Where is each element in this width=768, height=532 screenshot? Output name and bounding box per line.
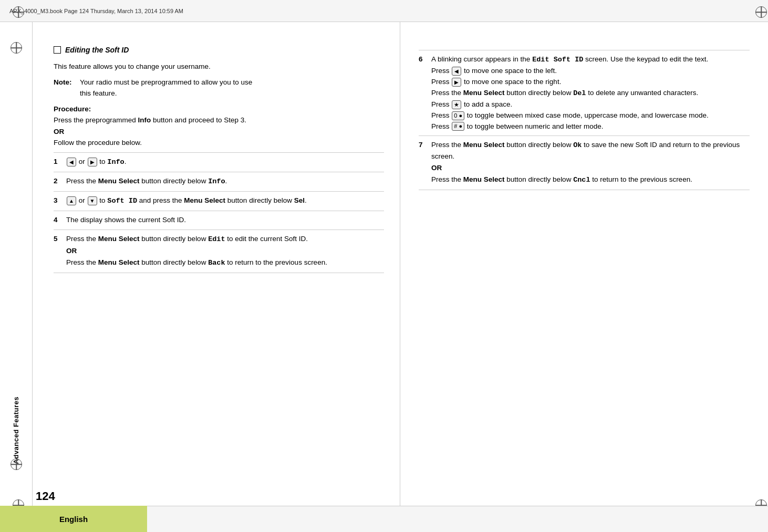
header-text: APX_4000_M3.book Page 124 Thursday, Marc…: [9, 8, 183, 14]
step6-arrow-left: [452, 67, 461, 76]
step-6-content: A blinking cursor appears in the Edit So…: [431, 54, 750, 132]
footer-bar: 124 English: [0, 506, 768, 532]
note-text: Your radio must be preprogrammed to allo…: [80, 77, 252, 99]
step-6-number: 6: [419, 54, 428, 65]
content-area: Editing the Soft ID This feature allows …: [33, 22, 768, 506]
step-5-content: Press the Menu Select button directly be…: [66, 234, 384, 269]
arrow-right-icon: [88, 158, 97, 166]
section-title: Editing the Soft ID: [54, 46, 384, 54]
or-text-1: OR: [54, 128, 384, 135]
zero-key: 0 ●: [452, 111, 464, 120]
step-1: 1 or to Info.: [54, 152, 384, 172]
section-icon: [54, 46, 61, 54]
follow-text: Follow the procedure below.: [54, 138, 384, 148]
note-block: Note: Your radio must be preprogrammed t…: [54, 77, 384, 99]
step-2: 2 Press the Menu Select button directly …: [54, 172, 384, 192]
arrow-down-icon: [88, 196, 97, 205]
page-number: 124: [36, 489, 55, 503]
sidebar-tab: Advanced Features: [0, 22, 33, 506]
arrow-left-icon: [67, 158, 76, 166]
step-5-number: 5: [54, 234, 63, 244]
note-label: Note:: [54, 77, 76, 99]
step-5: 5 Press the Menu Select button directly …: [54, 230, 384, 273]
step-3-number: 3: [54, 195, 63, 206]
step-1-content: or to Info.: [66, 157, 384, 168]
section-title-text: Editing the Soft ID: [65, 46, 129, 54]
step-3-content: or to Soft ID and press the Menu Select …: [66, 195, 384, 207]
step-4-content: The display shows the current Soft ID.: [66, 215, 384, 226]
step-3: 3 or to Soft ID and press the Menu Selec…: [54, 192, 384, 211]
procedure-text: Press the preprogrammed Info button and …: [54, 115, 384, 126]
step-7: 7 Press the Menu Select button directly …: [419, 136, 750, 190]
left-column: Editing the Soft ID This feature allows …: [33, 22, 400, 506]
header-bar: APX_4000_M3.book Page 124 Thursday, Marc…: [0, 0, 768, 22]
hash-key: # ●: [452, 122, 464, 131]
procedure-label: Procedure:: [54, 105, 384, 113]
sidebar-label: Advanced Features: [12, 397, 20, 464]
star-key: ★: [452, 100, 461, 109]
step-4-number: 4: [54, 215, 63, 225]
steps-list-right: 6 A blinking cursor appears in the Edit …: [419, 50, 750, 190]
english-label: English: [0, 506, 147, 532]
step6-arrow-right: [452, 78, 461, 87]
step-2-content: Press the Menu Select button directly be…: [66, 176, 384, 187]
step-7-number: 7: [419, 140, 428, 150]
step-2-number: 2: [54, 176, 63, 186]
step-1-number: 1: [54, 157, 63, 167]
arrow-up-icon: [67, 196, 76, 205]
step-6: 6 A blinking cursor appears in the Edit …: [419, 50, 750, 136]
intro-text: This feature allows you to change your u…: [54, 61, 384, 72]
step-7-content: Press the Menu Select button directly be…: [431, 140, 750, 186]
steps-list-left: 1 or to Info. 2 Press the Menu Select bu…: [54, 152, 384, 273]
right-column: 6 A blinking cursor appears in the Edit …: [400, 22, 768, 506]
step-4: 4 The display shows the current Soft ID.: [54, 211, 384, 230]
